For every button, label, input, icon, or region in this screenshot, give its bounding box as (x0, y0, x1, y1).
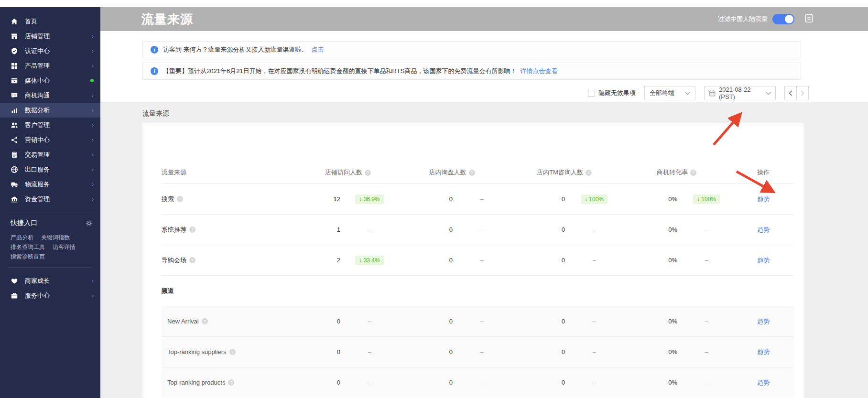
visitors-value: 0 (300, 318, 343, 325)
quick-link-product-analysis[interactable]: 产品分析 (11, 234, 33, 242)
table-row: Top-ranking suppliers ? 0 – 0 – 0 – 0% –… (162, 336, 794, 367)
inquiry-change: – (456, 226, 508, 233)
banner-important-notice: i 【重要】预计从2021年6月21日开始，在对应国家没有明确运费金额的直接下单… (142, 63, 801, 80)
sidebar-item-transactions[interactable]: 交易管理 › (0, 147, 100, 162)
sidebar-item-label: 服务中心 (25, 291, 50, 300)
col-source: 流量来源 (162, 168, 300, 177)
sidebar-item-label: 店铺管理 (25, 32, 50, 41)
globe-icon (11, 166, 18, 173)
sidebar-item-merchant-growth[interactable]: 商家成长 › (0, 273, 100, 288)
group-label: 频道 (162, 287, 174, 295)
sidebar-item-marketing[interactable]: 营销中心 › (0, 132, 100, 147)
table-row: 导购会场 ? 2 ↓ 33.4% 0 – 0 – 0% – 趋势 (162, 245, 794, 275)
help-icon[interactable]: ? (228, 379, 234, 386)
trend-link[interactable]: 趋势 (757, 348, 770, 355)
help-icon[interactable]: ? (202, 318, 208, 324)
sidebar-item-label: 媒体中心 (25, 76, 50, 85)
clipboard-icon (11, 151, 18, 159)
change-badge: ↓ 36.9% (355, 194, 383, 204)
col-tm-visitors: 店内TM咨询人数? (508, 168, 620, 177)
sidebar-item-funds[interactable]: 资金管理 › (0, 192, 100, 206)
traffic-table-body: 搜索 ? 12 ↓ 36.9% 0 – 0 ↓ 100% 0% ↓ 100% 趋… (162, 183, 794, 398)
banner-link[interactable]: 点击 (312, 45, 324, 54)
sidebar-item-label: 客户管理 (25, 121, 50, 129)
sidebar-item-analytics[interactable]: 数据分析 › (0, 103, 100, 118)
help-icon[interactable]: ? (229, 349, 236, 355)
conversion-value: 0% (620, 226, 680, 233)
help-icon[interactable]: ? (189, 226, 195, 233)
sidebar-item-label: 出口服务 (25, 165, 50, 174)
visitors-change: – (343, 318, 396, 325)
chevron-right-icon: › (92, 181, 94, 187)
survey-icon[interactable] (804, 13, 814, 25)
source-name: 导购会场 (162, 256, 186, 265)
trend-link[interactable]: 趋势 (757, 257, 770, 264)
inquiry-value: 0 (396, 195, 456, 203)
mainland-filter-toggle[interactable] (772, 14, 794, 24)
prev-day-button[interactable] (784, 86, 797, 100)
visitors-change: – (343, 348, 396, 355)
sidebar-item-home[interactable]: 首页 (0, 14, 100, 29)
trend-link[interactable]: 趋势 (757, 226, 770, 233)
sidebar-item-shop[interactable]: 店铺管理 › (0, 29, 100, 43)
trend-link[interactable]: 趋势 (757, 379, 770, 386)
sidebar-item-communication[interactable]: 商机沟通 › (0, 88, 100, 103)
notification-banners: i 访客到 来何方？流量来源分析又接入新流量渠道啦。 点击 i 【重要】预计从2… (100, 31, 868, 102)
chevron-right-icon: › (92, 151, 94, 158)
visitors-change: ↓ 36.9% (343, 194, 396, 204)
quick-link-ranking-tool[interactable]: 排名查询工具 (11, 243, 45, 251)
date-picker[interactable]: 2021-08-22 (PST) (704, 86, 776, 100)
sidebar-item-export[interactable]: 出口服务 › (0, 162, 100, 177)
help-icon[interactable]: ? (586, 170, 592, 176)
col-actions: 操作 (733, 168, 794, 177)
inquiry-change: – (456, 195, 508, 203)
quick-link-keyword-index[interactable]: 关键词指数 (41, 234, 70, 242)
banner-new-channels: i 访客到 来何方？流量来源分析又接入新流量渠道啦。 点击 (142, 41, 801, 58)
help-icon[interactable]: ? (365, 170, 371, 176)
help-icon[interactable]: ? (189, 257, 195, 263)
chevron-right-icon: › (92, 196, 94, 202)
help-icon[interactable]: ? (177, 196, 183, 202)
quick-link-search-diagnosis[interactable]: 搜索诊断首页 (11, 253, 45, 261)
date-picker-value: 2021-08-22 (PST) (719, 86, 762, 100)
trend-link[interactable]: 趋势 (757, 195, 770, 203)
sidebar-item-logistics[interactable]: 物流服务 › (0, 177, 100, 192)
chevron-right-icon: › (92, 166, 94, 172)
grid-icon (11, 62, 18, 70)
sidebar-item-customers[interactable]: 客户管理 › (0, 118, 100, 132)
source-name: 系统推荐 (162, 226, 186, 234)
sidebar-item-service-center[interactable]: 服务中心 › (0, 288, 100, 303)
sidebar-item-label: 商家成长 (25, 277, 50, 285)
trend-link[interactable]: 趋势 (757, 318, 770, 325)
quick-link-visitor-detail[interactable]: 访客详情 (53, 243, 76, 251)
sidebar-item-label: 交易管理 (25, 151, 50, 159)
sidebar-item-media[interactable]: 媒体中心 (0, 73, 100, 88)
media-icon (11, 77, 18, 85)
content-gray-zone: 流量来源 流量来源 店铺访问人数? 店内询盘人数? 店内TM咨询人数? 商机转化… (100, 102, 868, 398)
help-icon[interactable]: ? (469, 170, 475, 176)
conversion-change: – (680, 348, 733, 355)
hide-ineffective-checkbox-group[interactable]: 隐藏无效果项 (588, 89, 636, 97)
traffic-table-card: 流量来源 店铺访问人数? 店内询盘人数? 店内TM咨询人数? 商机转化率? 操作… (142, 123, 803, 398)
gear-icon[interactable] (86, 220, 93, 227)
terminal-select[interactable]: 全部终端 (644, 86, 695, 100)
visitors-value: 0 (300, 348, 343, 355)
sidebar-item-products[interactable]: 产品管理 › (0, 58, 100, 73)
help-icon[interactable]: ? (690, 170, 696, 176)
change-badge: ↓ 100% (693, 194, 720, 204)
sidebar-item-label: 首页 (25, 17, 37, 26)
banner-link[interactable]: 详情点击查看 (520, 67, 557, 75)
visitors-change: – (343, 379, 396, 386)
checkbox[interactable] (588, 90, 595, 97)
info-icon: i (151, 46, 158, 54)
inquiry-change: – (456, 379, 508, 386)
sidebar-item-certification[interactable]: 认证中心 › (0, 43, 100, 58)
main-content: i 访客到 来何方？流量来源分析又接入新流量渠道啦。 点击 i 【重要】预计从2… (100, 31, 868, 398)
inquiry-value: 0 (396, 348, 456, 355)
chat-icon (11, 92, 18, 99)
tm-change: – (568, 379, 620, 386)
inquiry-change: – (456, 348, 508, 355)
users-icon (11, 121, 18, 129)
next-day-button[interactable] (796, 86, 809, 100)
chevron-right-icon: › (92, 33, 94, 39)
